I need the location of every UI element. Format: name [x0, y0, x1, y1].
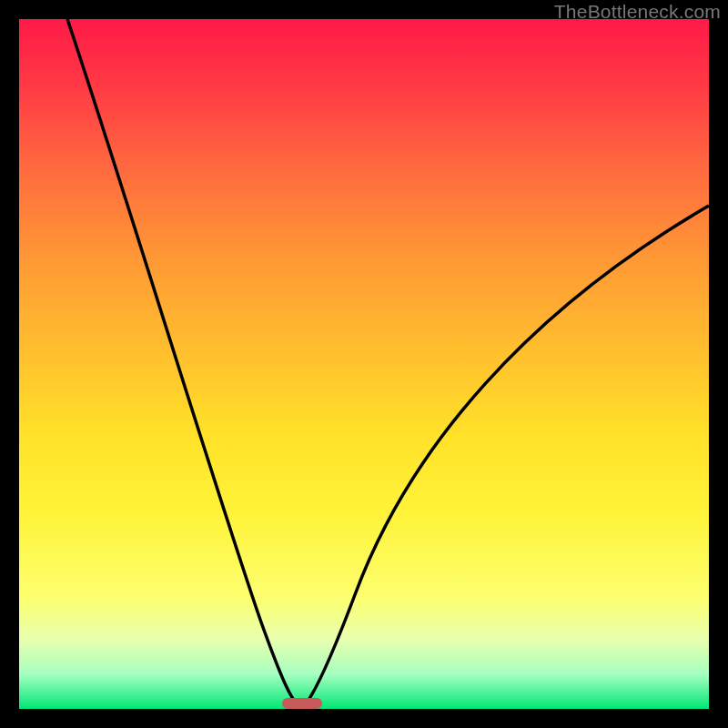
watermark-text: TheBottleneck.com	[554, 1, 721, 23]
curve-right-arm	[301, 206, 709, 709]
bottleneck-marker	[282, 698, 322, 709]
curve-left-arm	[67, 19, 301, 709]
chart-plot-area	[19, 19, 709, 709]
chart-curves-svg	[19, 19, 709, 709]
